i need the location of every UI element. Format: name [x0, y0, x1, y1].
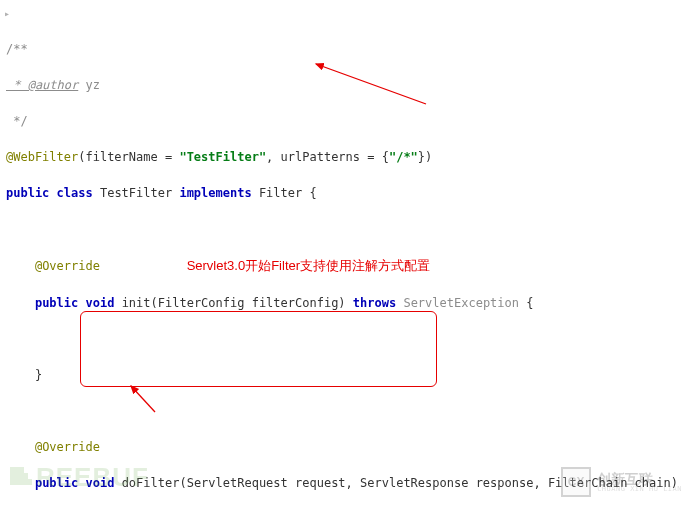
kw-public2: public: [35, 296, 78, 310]
webfilter-annotation: @WebFilter: [6, 150, 78, 164]
watermark-left-text: REEBUF: [36, 458, 149, 497]
watermark-right: CX 创新互联 CHUANG XIN HU LIAN: [561, 467, 682, 497]
comment-close: */: [6, 114, 28, 128]
exc-servlet: ServletException: [396, 296, 519, 310]
watermark-left: REEBUF: [10, 458, 149, 497]
watermark-bars-icon: [10, 467, 32, 489]
wf-p1: (filterName =: [78, 150, 179, 164]
throws1: throws: [353, 296, 396, 310]
wf-str2: "/*": [389, 150, 418, 164]
watermark-logo-text: CX: [568, 473, 585, 491]
kw-class: class: [57, 186, 93, 200]
override-2: @Override: [35, 440, 100, 454]
comment-open: /**: [6, 42, 28, 56]
watermark-right-main: 创新互联: [597, 472, 682, 486]
top-annotation-text: Servlet3.0开始Filter支持使用注解方式配置: [187, 258, 430, 273]
highlight-box: [80, 311, 437, 387]
override-1: @Override: [35, 259, 100, 273]
class-name: TestFilter: [93, 186, 180, 200]
kw-public: public: [6, 186, 49, 200]
init-sig: init(FilterConfig filterConfig): [114, 296, 352, 310]
brace-close-init: }: [35, 368, 42, 382]
iface: Filter {: [252, 186, 317, 200]
wf-p3: }): [418, 150, 432, 164]
kw-implements: implements: [179, 186, 251, 200]
wf-str1: "TestFilter": [179, 150, 266, 164]
author-val: yz: [78, 78, 100, 92]
fold-icon: ▸: [4, 6, 10, 21]
code-block: ▸ /** * @author yz */ @WebFilter(filterN…: [6, 4, 690, 505]
watermark-right-sub: CHUANG XIN HU LIAN: [597, 486, 682, 493]
watermark-logo: CX: [561, 467, 591, 497]
brace1: {: [519, 296, 533, 310]
kw-void1: void: [86, 296, 115, 310]
author-tag: * @author: [6, 78, 78, 92]
wf-p2: , urlPatterns = {: [266, 150, 389, 164]
